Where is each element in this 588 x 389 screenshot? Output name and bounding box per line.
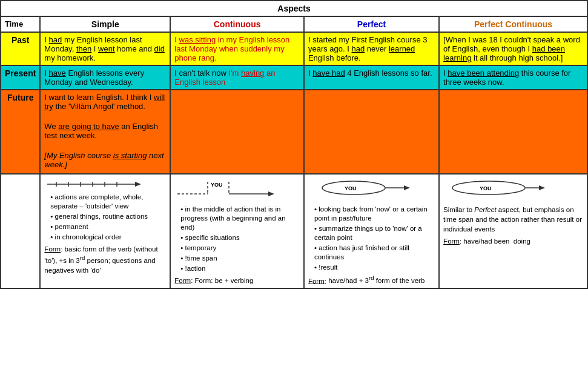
title-label: Aspects <box>277 4 310 13</box>
continuous-label: Continuous <box>214 19 261 29</box>
time-header: Time <box>1 16 40 32</box>
present-continuous-cell: I can't talk now I'm having an English l… <box>170 65 304 90</box>
svg-marker-13 <box>268 191 274 196</box>
simple-timeline-svg <box>44 177 141 191</box>
perfect-continuous-text: Similar to Perfect aspect, but emphasis … <box>443 205 583 234</box>
notes-perfect-content: YOU looking back from 'now' or a certain… <box>304 174 439 288</box>
aspects-header: Aspects <box>1 1 587 16</box>
future-time-label: Future <box>1 90 40 174</box>
simple-note-2: general things, routine actions <box>50 212 166 221</box>
future-simple-p1: I want to learn English. I think I will … <box>44 93 166 111</box>
future-simple-cell: I want to learn English. I think I will … <box>40 90 170 174</box>
perfect-continuous-form-text: have/had been doing <box>463 238 530 245</box>
past-continuous-cell: I was sitting in my English lesson last … <box>170 32 304 65</box>
svg-marker-21 <box>539 185 545 190</box>
perfect-continuous-label: Perfect Continuous <box>474 19 552 29</box>
aspects-table: Aspects Time Simple Continuous Perfect P… <box>0 0 588 289</box>
svg-marker-1 <box>135 182 141 187</box>
past-perfect-text: I started my First English course 3 year… <box>308 35 428 62</box>
present-time-label: Present <box>1 65 40 90</box>
perfect-label: Perfect <box>357 19 386 29</box>
svg-marker-17 <box>404 185 410 190</box>
simple-label: Simple <box>91 19 119 29</box>
continuous-notes-list: in the middle of action that is in progr… <box>180 205 300 273</box>
continuous-note-5: !action <box>180 264 300 273</box>
past-simple-text: I had my English lesson last Monday, the… <box>44 35 165 62</box>
continuous-timeline-svg: YOU <box>174 177 277 201</box>
simple-header: Simple <box>40 16 170 32</box>
simple-note-1: actions are complete, whole, separate – … <box>50 193 166 211</box>
simple-notes-list: actions are complete, whole, separate – … <box>50 193 166 242</box>
past-time-label: Past <box>1 32 40 65</box>
present-perfect-text: I have had 4 English lessons so far. <box>308 68 432 78</box>
present-perfect-cell: I have had 4 English lessons so far. <box>304 65 439 90</box>
past-perfect-cell: I started my First English course 3 year… <box>304 32 439 65</box>
simple-note-4: in chronological order <box>50 233 166 242</box>
future-simple-p3: [My English course is starting next week… <box>44 151 166 169</box>
future-perfect-cell <box>304 90 439 174</box>
continuous-form-text: Form: be + verbing <box>195 277 254 284</box>
perfect-form: Form: have/had + 3rd form of the verb <box>308 274 435 286</box>
simple-form: Form: basic form of the verb (without 't… <box>44 244 166 275</box>
perfect-note-1: looking back from 'now' or a certain poi… <box>314 205 435 223</box>
time-label: Time <box>5 19 23 28</box>
perfect-continuous-diagram: YOU <box>443 177 583 202</box>
perfect-timeline-svg: YOU <box>308 177 411 201</box>
perfect-note-3: action has just finished or still contin… <box>314 244 435 262</box>
perfect-header: Perfect <box>304 16 439 32</box>
past-label: Past <box>12 35 30 45</box>
perfect-continuous-form: Form: have/had been doing <box>443 236 583 246</box>
past-continuous-text: I was sitting in my English lesson last … <box>174 35 289 62</box>
simple-form-text: basic form of the verb (without 'to'), +… <box>44 245 157 274</box>
future-label: Future <box>7 93 34 102</box>
past-perfect-continuous-text: [When I was 18 I couldn't speak a word o… <box>443 35 580 62</box>
continuous-note-4: !time span <box>180 254 300 263</box>
present-perfect-continuous-cell: I have been attending this course for th… <box>439 65 587 90</box>
svg-text:YOU: YOU <box>480 185 492 191</box>
perfect-continuous-timeline-svg: YOU <box>443 177 546 201</box>
present-simple-text: I have English lessons every Monday and … <box>44 68 144 87</box>
perfect-diagram: YOU <box>308 177 435 202</box>
continuous-diagram: YOU <box>174 177 300 202</box>
perfect-notes-list: looking back from 'now' or a certain poi… <box>314 205 435 272</box>
present-simple-cell: I have English lessons every Monday and … <box>40 65 170 90</box>
perfect-note-2: summarize things up to 'now' or a certai… <box>314 224 435 242</box>
notes-simple-content: actions are complete, whole, separate – … <box>40 174 170 288</box>
future-perfect-continuous-cell <box>439 90 587 174</box>
notes-continuous-content: YOU in the middle of action that is in p… <box>170 174 304 288</box>
future-simple-p2: We are going to have an English test nex… <box>44 122 166 140</box>
notes-simple-cell <box>1 174 40 288</box>
continuous-note-3: temporary <box>180 244 300 253</box>
continuous-form: Form: Form: be + verbing <box>174 276 300 285</box>
svg-text:YOU: YOU <box>345 185 357 191</box>
past-simple-cell: I had my English lesson last Monday, the… <box>40 32 170 65</box>
present-perfect-continuous-text: I have been attending this course for th… <box>443 68 570 87</box>
notes-perfect-continuous-content: YOU Similar to Perfect aspect, but empha… <box>439 174 587 288</box>
perfect-form-text: have/had + 3rd form of the verb <box>328 277 424 284</box>
simple-note-3: permanent <box>50 222 166 231</box>
perfect-note-4: !result <box>314 263 435 272</box>
continuous-note-1: in the middle of action that is in progr… <box>180 205 300 232</box>
past-perfect-continuous-cell: [When I was 18 I couldn't speak a word o… <box>439 32 587 65</box>
continuous-note-2: specific situations <box>180 233 300 242</box>
present-label: Present <box>5 68 36 78</box>
future-continuous-cell <box>170 90 304 174</box>
svg-text:YOU: YOU <box>211 182 223 188</box>
continuous-header: Continuous <box>170 16 304 32</box>
present-continuous-text: I can't talk now I'm having an English l… <box>174 68 275 87</box>
perfect-continuous-header: Perfect Continuous <box>439 16 587 32</box>
